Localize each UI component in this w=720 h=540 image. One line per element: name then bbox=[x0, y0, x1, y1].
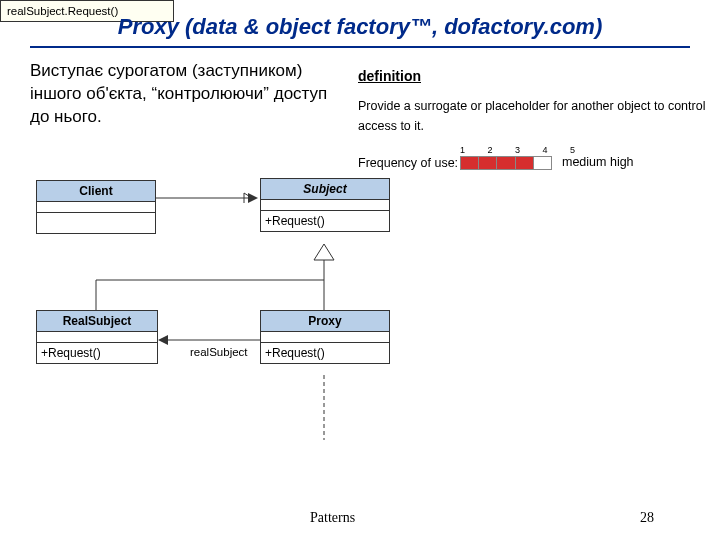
uml-realsubject-op: +Request() bbox=[37, 343, 157, 363]
uml-subject-op: +Request() bbox=[261, 211, 389, 231]
svg-marker-1 bbox=[248, 193, 258, 203]
svg-marker-8 bbox=[158, 335, 168, 345]
title-underline bbox=[30, 46, 690, 48]
uml-client-ops bbox=[37, 213, 155, 233]
uml-subject-name: Subject bbox=[261, 179, 389, 200]
uml-subject: Subject +Request() bbox=[260, 178, 390, 232]
definition-heading: definition bbox=[358, 68, 421, 84]
uml-proxy: Proxy +Request() bbox=[260, 310, 390, 364]
role-label: realSubject bbox=[190, 346, 248, 358]
uml-subject-attrs bbox=[261, 200, 389, 211]
description-text: Виступає сурогатом (заступником) іншого … bbox=[30, 60, 340, 129]
uml-realsubject: RealSubject +Request() bbox=[36, 310, 158, 364]
uml-proxy-op: +Request() bbox=[261, 343, 389, 363]
uml-client: Client bbox=[36, 180, 156, 234]
uml-realsubject-attrs bbox=[37, 332, 157, 343]
uml-client-attrs bbox=[37, 202, 155, 213]
freq-seg-4 bbox=[516, 157, 534, 169]
uml-proxy-attrs bbox=[261, 332, 389, 343]
footer-center: Patterns bbox=[310, 510, 355, 526]
frequency-scale: 1 2 3 4 5 bbox=[460, 145, 585, 155]
uml-client-name: Client bbox=[37, 181, 155, 202]
footer-page-number: 28 bbox=[640, 510, 654, 526]
frequency-label: Frequency of use: bbox=[358, 156, 458, 170]
uml-proxy-name: Proxy bbox=[261, 311, 389, 332]
svg-marker-2 bbox=[314, 244, 334, 260]
freq-seg-1 bbox=[461, 157, 479, 169]
freq-seg-2 bbox=[479, 157, 497, 169]
freq-seg-5 bbox=[534, 157, 551, 169]
slide-title: Proxy (data & object factory™, dofactory… bbox=[0, 14, 720, 40]
frequency-bar bbox=[460, 156, 552, 170]
uml-realsubject-name: RealSubject bbox=[37, 311, 157, 332]
freq-seg-3 bbox=[497, 157, 515, 169]
frequency-text: medium high bbox=[562, 155, 634, 169]
slide: Proxy (data & object factory™, dofactory… bbox=[0, 0, 720, 540]
definition-body: Provide a surrogate or placeholder for a… bbox=[358, 96, 718, 136]
